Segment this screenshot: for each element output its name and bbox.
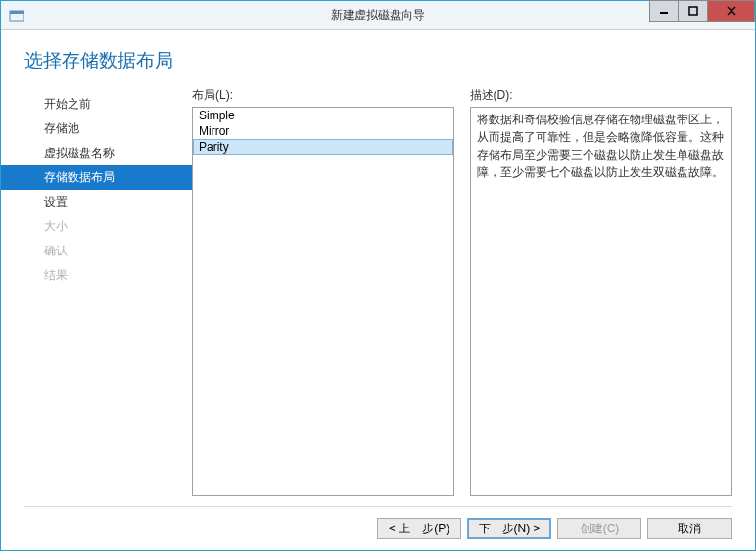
nav-item-result: 结果 — [1, 263, 192, 288]
window-controls — [649, 1, 755, 29]
close-button[interactable] — [708, 0, 755, 22]
wizard-window: 新建虚拟磁盘向导 选择存储数据布局 开始之前 存储池 虚拟磁盘名称 存储数据布局… — [0, 0, 756, 551]
body: 开始之前 存储池 虚拟磁盘名称 存储数据布局 设置 大小 确认 结果 布局(L)… — [1, 87, 755, 506]
prev-button[interactable]: < 上一步(P) — [377, 518, 461, 539]
create-button: 创建(C) — [557, 518, 641, 539]
main-panel: 布局(L): Simple Mirror Parity 描述(D): 将数据和奇… — [192, 87, 732, 496]
layout-option-parity[interactable]: Parity — [193, 139, 453, 155]
nav-item-before-begin[interactable]: 开始之前 — [1, 92, 192, 116]
window-title: 新建虚拟磁盘向导 — [331, 7, 425, 23]
cancel-button[interactable]: 取消 — [647, 518, 732, 539]
svg-rect-3 — [689, 7, 697, 15]
description-column: 描述(D): 将数据和奇偶校验信息存储在物理磁盘带区上，从而提高了可靠性，但是会… — [470, 87, 732, 496]
titlebar[interactable]: 新建虚拟磁盘向导 — [1, 1, 755, 30]
next-button[interactable]: 下一步(N) > — [467, 518, 551, 539]
nav-item-storage-pool[interactable]: 存储池 — [1, 116, 192, 141]
page-title: 选择存储数据布局 — [24, 48, 732, 73]
svg-rect-1 — [10, 11, 24, 14]
layout-option-mirror[interactable]: Mirror — [193, 123, 453, 139]
layout-label: 布局(L): — [192, 87, 454, 104]
minimize-button[interactable] — [649, 0, 679, 22]
header: 选择存储数据布局 — [1, 30, 755, 87]
layout-listbox[interactable]: Simple Mirror Parity — [192, 107, 454, 496]
description-text: 将数据和奇偶校验信息存储在物理磁盘带区上，从而提高了可靠性，但是会略微降低容量。… — [470, 107, 732, 496]
footer: < 上一步(P) 下一步(N) > 创建(C) 取消 — [1, 507, 755, 550]
layout-column: 布局(L): Simple Mirror Parity — [192, 87, 454, 496]
nav-item-confirm: 确认 — [1, 239, 192, 263]
nav-item-vd-name[interactable]: 虚拟磁盘名称 — [1, 141, 192, 165]
wizard-nav: 开始之前 存储池 虚拟磁盘名称 存储数据布局 设置 大小 确认 结果 — [1, 87, 192, 496]
nav-item-provisioning[interactable]: 设置 — [1, 190, 192, 214]
content-area: 选择存储数据布局 开始之前 存储池 虚拟磁盘名称 存储数据布局 设置 大小 确认… — [1, 30, 755, 550]
nav-item-storage-layout[interactable]: 存储数据布局 — [1, 165, 192, 190]
layout-option-simple[interactable]: Simple — [193, 108, 453, 123]
maximize-button[interactable] — [679, 0, 708, 22]
app-icon — [9, 8, 24, 23]
nav-item-size: 大小 — [1, 214, 192, 239]
description-label: 描述(D): — [470, 87, 732, 104]
